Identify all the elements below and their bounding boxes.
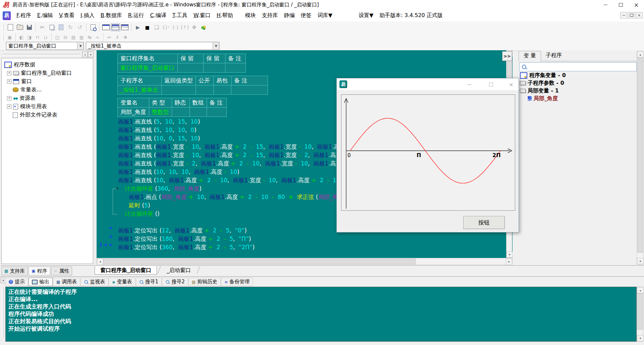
tree-item-resources[interactable]: + ◆◆ 资源表	[7, 94, 36, 102]
panel-vertical-scrollbar[interactable]: ▴ ▾	[637, 51, 643, 265]
stop-icon[interactable]: ■	[143, 23, 152, 32]
align-left-icon[interactable]: ◧	[17, 34, 25, 40]
tab-support-library[interactable]: ▦ 支持库	[1, 267, 28, 275]
tree-item-constants[interactable]: 常量表...	[13, 86, 42, 93]
expand-icon[interactable]: +	[7, 79, 11, 84]
scroll-left-icon[interactable]: ◂	[97, 258, 103, 265]
tab-properties[interactable]: ☞ 属性	[51, 267, 72, 275]
close-button[interactable]: ×	[629, 0, 644, 10]
center-horizontal-icon[interactable]: ◫	[53, 34, 61, 40]
align-top-icon[interactable]: ⊓	[34, 34, 42, 40]
size-width-icon[interactable]: ↔	[105, 34, 113, 40]
program-button[interactable]: 按钮	[463, 216, 505, 229]
same-height-icon[interactable]: ≍	[94, 34, 102, 40]
menu-lexicon[interactable]: 词库▼	[315, 12, 335, 19]
panel-restore-button[interactable]: ▫	[82, 52, 88, 57]
tab-output[interactable]: 输出	[29, 278, 53, 286]
expand-icon[interactable]: +	[7, 105, 11, 109]
tab-search1[interactable]: 搜寻1	[136, 278, 162, 286]
menu-insert[interactable]: I.插入	[77, 12, 98, 19]
tree-item-window[interactable]: + 窗口	[7, 78, 32, 85]
form-layout-icon[interactable]: ▣	[6, 34, 14, 40]
scroll-down-icon[interactable]: ▾	[637, 258, 644, 264]
code-line[interactable]: 画板1.画直线 (10, 10, 10, 画板1.高度 - 10)	[118, 168, 239, 176]
maximize-button[interactable]	[613, 0, 629, 10]
menu-help[interactable]: H.帮助	[214, 12, 236, 19]
assembly-name-cell[interactable]: 窗口程序集_启动窗口	[118, 63, 178, 73]
program-close-button[interactable]: ×	[506, 81, 516, 88]
expand-icon[interactable]: +	[7, 71, 11, 75]
routine-combobox[interactable]: _按钮1_被单击 ▼	[86, 42, 219, 50]
menu-static-compile[interactable]: 静编	[281, 12, 298, 19]
undo-icon[interactable]: ↺	[75, 23, 85, 32]
scroll-up-icon[interactable]: ▴	[637, 51, 644, 58]
tab-variable-table[interactable]: ◈变量表	[109, 278, 135, 286]
code-line[interactable]: 延时 (5)	[129, 202, 150, 209]
size-both-icon[interactable]: ✥	[121, 34, 129, 40]
tab-backup-manager[interactable]: ≡备份管理	[221, 278, 253, 286]
layout-grid-icon[interactable]	[120, 23, 129, 32]
variable-type-cell[interactable]: 整数型	[149, 108, 172, 117]
code-line[interactable]: 画板1.定位写出 (360, 画板1.高度 ÷ 2 - 5, “2Π”)	[118, 244, 255, 251]
code-line[interactable]: 画板1.画直线 (画板1.宽度 - 10, 画板1.高度 ÷ 2 - 15, 画…	[118, 151, 374, 159]
output-console[interactable]: 正在统计需要编译的子程序 正在编译... 正在生成主程序入口代码 程序代码编译成…	[5, 287, 637, 342]
mdi-restore-button[interactable]	[628, 12, 635, 18]
code-line[interactable]: 画板1.定位写出 (12, 画板1.高度 ÷ 2 - 5, “0”)	[118, 227, 247, 234]
copy-icon[interactable]	[47, 23, 56, 32]
menu-notes[interactable]: 便签	[298, 12, 315, 19]
new-file-icon[interactable]	[6, 23, 15, 32]
mdi-close-button[interactable]: ×	[636, 12, 643, 18]
space-down-icon[interactable]: ▥	[77, 34, 86, 40]
tab-subroutines[interactable]: 子程序	[541, 51, 567, 61]
scroll-thumb[interactable]	[637, 293, 643, 330]
expand-icon[interactable]: +	[7, 96, 11, 100]
scroll-thumb[interactable]	[103, 259, 416, 265]
menu-edit[interactable]: E.编辑	[34, 12, 56, 19]
align-right-icon[interactable]: ◨	[25, 34, 34, 40]
tree-item-external-files[interactable]: 外部文件记录表	[13, 111, 57, 119]
tab-search2[interactable]: 搜寻2	[162, 278, 188, 286]
same-width-icon[interactable]: ↹	[86, 34, 94, 40]
step-into-icon[interactable]: {}⁺	[161, 23, 171, 32]
step-over-icon[interactable]: {·}	[171, 23, 180, 32]
menu-tools[interactable]: T.工具	[169, 12, 191, 19]
code-horizontal-scrollbar[interactable]: ◂ ▸	[97, 258, 513, 265]
file-tab-assembly[interactable]: 窗口程序集_启动窗口	[95, 266, 157, 275]
scroll-up-icon[interactable]: ▴	[637, 287, 644, 293]
menu-program[interactable]: F.程序	[13, 12, 34, 19]
menu-database[interactable]: B.数据库	[98, 12, 125, 19]
menu-module[interactable]: 模块	[242, 12, 259, 19]
tab-hints[interactable]: ?提示	[5, 278, 28, 286]
tab-program[interactable]: ▣ 程序	[29, 267, 50, 275]
running-program-window[interactable]: 易 × 0 Π 2Π 按钮	[336, 78, 519, 232]
tree-item-assembly-variables[interactable]: 程序集变量 - 0	[520, 72, 566, 79]
mdi-minimize-button[interactable]	[620, 12, 627, 18]
scroll-right-icon[interactable]: ▸	[506, 258, 512, 265]
size-height-icon[interactable]: ↕	[113, 34, 121, 40]
assembly-combobox[interactable]: 窗口程序集_启动窗口 ▼	[6, 42, 84, 50]
expand-panel-button[interactable]: >>	[502, 51, 512, 61]
tab-watch-table[interactable]: 监视表	[80, 278, 108, 286]
tab-call-table[interactable]: ▦调用表	[53, 278, 80, 286]
variable-name-cell[interactable]: 局部_角度	[118, 108, 149, 117]
code-line[interactable]: 画板1.画直线 (10, 0, 15, 10)	[118, 135, 200, 142]
find-icon[interactable]	[88, 23, 98, 32]
align-bottom-icon[interactable]: ⊔	[42, 34, 50, 40]
run-icon[interactable]: ▶	[133, 23, 143, 32]
scroll-thumb[interactable]	[637, 58, 643, 253]
tree-item-local-variables[interactable]: 局部变量 - 1	[520, 87, 559, 94]
variable-search-input[interactable]	[519, 62, 637, 71]
menu-settings[interactable]: 设置▼	[356, 12, 376, 19]
debug-ant-icon[interactable]	[199, 23, 208, 32]
menu-compile[interactable]: C.编译	[147, 12, 169, 19]
scroll-down-icon[interactable]: ▾	[506, 252, 513, 258]
tab-clip-history[interactable]: ▤剪辑历史	[189, 278, 221, 286]
file-tab-startup-window[interactable]: _启动窗口	[161, 266, 196, 274]
code-line[interactable]: 画板1.画直线 (画板1.宽度 - 2, 画板1.高度 ÷ 2 - 10, 画板…	[118, 160, 371, 167]
minimize-button[interactable]	[598, 0, 613, 10]
menu-run[interactable]: R.运行	[125, 12, 147, 19]
paste-icon[interactable]	[56, 23, 66, 32]
center-vertical-icon[interactable]: ⊟	[61, 34, 69, 40]
output-vertical-scrollbar[interactable]: ▴ ▾	[637, 287, 643, 342]
tree-item-routine-params[interactable]: 子程序参数 - 0	[520, 79, 564, 87]
